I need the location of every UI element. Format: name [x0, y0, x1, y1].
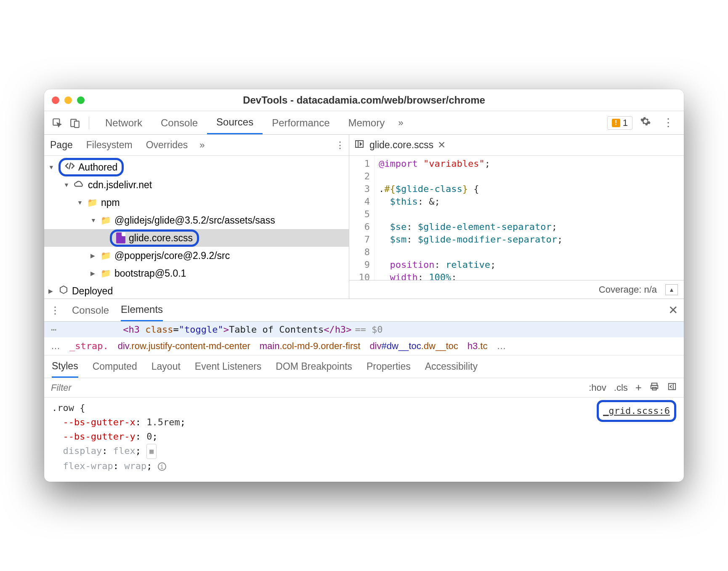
- dom-ellipsis: ⋯: [51, 324, 57, 335]
- drawer-options-icon[interactable]: ⋮: [50, 304, 60, 316]
- rule-source-link[interactable]: _grid.scss:6: [597, 400, 676, 422]
- tree-authored[interactable]: ▼ Authored: [44, 158, 349, 176]
- breadcrumbs[interactable]: … _strap. div.row.justify-content-md-cen…: [44, 337, 684, 355]
- settings-icon[interactable]: [636, 116, 655, 130]
- cls-toggle[interactable]: .cls: [614, 382, 628, 393]
- file-highlight: glide.core.scss: [110, 229, 199, 247]
- cloud-icon: [74, 179, 85, 191]
- show-navigator-icon[interactable]: [354, 139, 364, 152]
- code-editor[interactable]: 1234567891011 @import "variables"; .#{$g…: [349, 156, 684, 280]
- warn-count: 1: [623, 117, 628, 128]
- folder-icon: 📁: [101, 268, 111, 278]
- drawer-tab-console[interactable]: Console: [72, 299, 109, 321]
- styles-tab-dom-breakpoints[interactable]: DOM Breakpoints: [276, 361, 352, 372]
- styles-tab-computed[interactable]: Computed: [93, 361, 137, 372]
- warning-icon: !: [612, 119, 620, 127]
- tab-sources[interactable]: Sources: [207, 111, 263, 134]
- tree-deployed[interactable]: ▶ Deployed: [44, 282, 349, 299]
- window-title: DevTools - datacadamia.com/web/browser/c…: [44, 94, 684, 106]
- flex-badge-icon[interactable]: ▦: [146, 444, 157, 459]
- editor-pane: glide.core.scss ✕ 1234567891011 @import …: [349, 135, 684, 299]
- nav-tab-page[interactable]: Page: [48, 135, 74, 155]
- collapse-icon[interactable]: ▲: [665, 284, 678, 295]
- styles-tools: :hov .cls +: [582, 381, 684, 394]
- tree-domain[interactable]: ▼ cdn.jsdelivr.net: [44, 176, 349, 194]
- info-icon[interactable]: i: [158, 462, 166, 471]
- panel-tabs: Network Console Sources Performance Memo…: [96, 111, 407, 134]
- editor-tab[interactable]: glide.core.scss ✕: [369, 139, 446, 151]
- cube-icon: [58, 285, 69, 297]
- css-rule[interactable]: _grid.scss:6 .row { --bs-gutter-x: 1.5re…: [44, 398, 684, 482]
- styles-tab-event-listeners[interactable]: Event Listeners: [195, 361, 262, 372]
- folder-icon: 📁: [101, 251, 111, 261]
- dom-selected-line[interactable]: ⋯ <h3 class="toggle">Table of Contents</…: [44, 322, 684, 337]
- crumb-2[interactable]: div.row.justify-content-md-center: [118, 341, 250, 352]
- styles-tabs: Styles Computed Layout Event Listeners D…: [44, 355, 684, 378]
- tree-bootstrap[interactable]: ▶ 📁 bootstrap@5.0.1: [44, 264, 349, 282]
- inspect-element-icon[interactable]: [50, 116, 64, 130]
- dom-html: <h3 class="toggle">Table of Contents</h3…: [123, 324, 351, 335]
- editor-tab-name: glide.core.scss: [369, 139, 433, 151]
- nav-tab-overrides[interactable]: Overrides: [144, 135, 190, 155]
- svg-rect-6: [651, 385, 658, 388]
- drawer-tab-elements[interactable]: Elements: [121, 299, 163, 321]
- hov-toggle[interactable]: :hov: [589, 382, 606, 393]
- close-tab-icon[interactable]: ✕: [438, 139, 446, 151]
- val-4[interactable]: wrap: [124, 461, 146, 471]
- styles-tab-layout[interactable]: Layout: [151, 361, 181, 372]
- more-options-icon[interactable]: ⋮: [659, 116, 678, 129]
- coverage-label: Coverage: n/a: [599, 284, 657, 295]
- separator: [89, 117, 89, 129]
- tab-memory[interactable]: Memory: [339, 111, 394, 134]
- tab-console[interactable]: Console: [151, 111, 207, 134]
- prop-1[interactable]: --bs-gutter-x: [63, 417, 136, 427]
- nav-tab-filesystem[interactable]: Filesystem: [85, 135, 134, 155]
- tree-glide-folder[interactable]: ▼ 📁 @glidejs/glide@3.5.2/src/assets/sass: [44, 211, 349, 229]
- tree-npm[interactable]: ▼ 📁 npm: [44, 194, 349, 211]
- drawer-close-icon[interactable]: ✕: [668, 303, 678, 317]
- crumb-3[interactable]: main.col-md-9.order-first: [260, 341, 361, 352]
- line-gutter: 1234567891011: [349, 156, 375, 280]
- dom-selection-hint: == $0: [355, 324, 383, 335]
- styles-tab-styles[interactable]: Styles: [52, 355, 78, 378]
- issues-badge[interactable]: ! 1: [607, 116, 632, 130]
- prop-2[interactable]: --bs-gutter-y: [63, 431, 136, 442]
- rule-selector: .row {: [52, 403, 85, 413]
- code-content: @import "variables"; .#{$glide-class} { …: [375, 156, 563, 280]
- device-toggle-icon[interactable]: [68, 116, 82, 130]
- styles-filter-input[interactable]: [44, 382, 582, 393]
- val-2[interactable]: 0: [146, 431, 152, 442]
- val-3[interactable]: flex: [113, 446, 136, 456]
- tree-popper[interactable]: ▶ 📁 @popperjs/core@2.9.2/src: [44, 247, 349, 264]
- popper-label: @popperjs/core@2.9.2/src: [114, 250, 230, 261]
- val-1[interactable]: 1.5rem: [146, 417, 180, 427]
- crumb-4[interactable]: div#dw__toc.dw__toc: [369, 341, 458, 352]
- tree-glide-file[interactable]: glide.core.scss: [44, 229, 349, 247]
- styles-tab-accessibility[interactable]: Accessibility: [425, 361, 478, 372]
- folder-icon: 📁: [101, 215, 111, 225]
- authored-label: Authored: [78, 162, 117, 173]
- prop-4[interactable]: flex-wrap: [63, 461, 113, 471]
- editor-status-bar: Coverage: n/a ▲: [349, 280, 684, 299]
- code-icon: [65, 161, 75, 173]
- print-icon[interactable]: [649, 382, 659, 394]
- domain-label: cdn.jsdelivr.net: [88, 179, 152, 191]
- styles-tab-properties[interactable]: Properties: [367, 361, 411, 372]
- tab-performance[interactable]: Performance: [263, 111, 339, 134]
- crumb-1[interactable]: _strap.: [69, 341, 109, 352]
- tab-network[interactable]: Network: [96, 111, 151, 134]
- crumb-ell: …: [51, 341, 60, 352]
- main-toolbar: Network Console Sources Performance Memo…: [44, 111, 684, 135]
- svg-rect-2: [74, 121, 79, 127]
- npm-label: npm: [101, 197, 120, 208]
- nav-more-icon[interactable]: »: [199, 140, 205, 151]
- more-tabs-icon[interactable]: »: [394, 111, 407, 134]
- new-rule-icon[interactable]: +: [635, 381, 642, 394]
- toggle-sidebar-icon[interactable]: [667, 382, 677, 394]
- devtools-window: DevTools - datacadamia.com/web/browser/c…: [44, 89, 684, 482]
- file-tree: ▼ Authored ▼ cdn.jsdelivr.net: [44, 156, 349, 299]
- nav-options-icon[interactable]: ⋮: [335, 140, 345, 151]
- sources-split: Page Filesystem Overrides » ⋮ ▼ Authored: [44, 135, 684, 299]
- prop-3[interactable]: display: [63, 446, 102, 456]
- crumb-5[interactable]: h3.tc: [468, 341, 488, 352]
